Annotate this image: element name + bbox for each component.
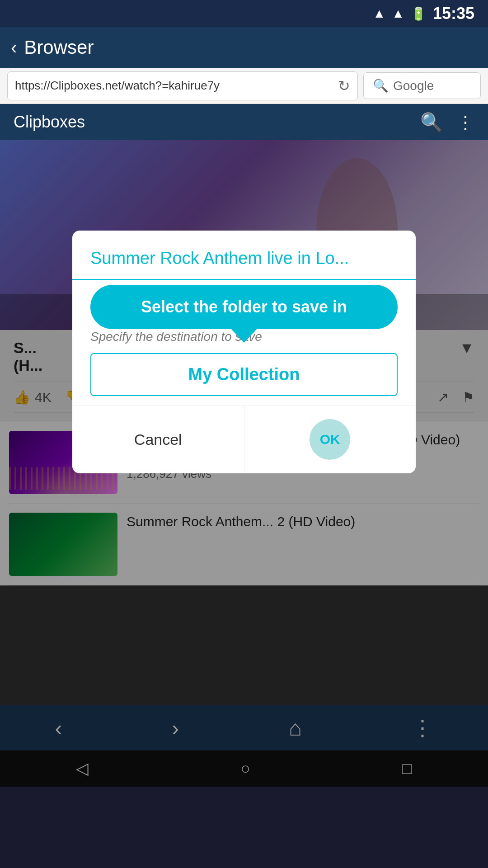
speech-bubble-text: Select the folder to save in [141,297,347,316]
battery-icon: 🔋 [411,6,427,21]
my-collection-button[interactable]: My Collection [90,353,398,396]
save-dialog: Summer Rock Anthem live in Lo... Select … [72,231,416,473]
ok-button-area: OK [244,406,416,473]
google-label: Google [393,79,434,93]
dialog-video-title: Summer Rock Anthem live in Lo... [90,249,398,279]
main-content: S...(H... ▼ 👍 4K 👎 408 ↗ ⚑ [0,140,488,787]
refresh-icon[interactable]: ↻ [338,77,350,94]
url-bar: https://Clipboxes.net/watch?=kahirue7y ↻… [0,68,488,104]
dialog-title-area: Summer Rock Anthem live in Lo... [72,231,416,280]
search-icon: 🔍 [373,78,389,93]
dialog-actions: Cancel OK [72,405,416,473]
browser-header: ‹ Browser [0,27,488,68]
cancel-button[interactable]: Cancel [72,406,244,473]
url-text: https://Clipboxes.net/watch?=kahirue7y [15,79,220,93]
clipboxes-title: Clipboxes [14,113,85,132]
clipboxes-bar: Clipboxes 🔍 ⋮ [0,104,488,140]
google-search-input[interactable]: 🔍 Google [363,72,481,99]
status-icons: ▲ ▲ 🔋 15:35 [373,4,474,23]
url-input[interactable]: https://Clipboxes.net/watch?=kahirue7y ↻ [7,71,358,100]
status-time: 15:35 [433,4,474,23]
more-options-button[interactable]: ⋮ [456,112,474,133]
ok-button[interactable]: OK [310,419,350,460]
signal-icon: ▲ [392,6,404,21]
status-bar: ▲ ▲ 🔋 15:35 [0,0,488,27]
wifi-icon: ▲ [373,6,385,21]
dialog-overlay: Summer Rock Anthem live in Lo... Select … [0,140,488,787]
clipboxes-toolbar: 🔍 ⋮ [420,112,474,133]
browser-title: Browser [24,37,94,58]
search-button[interactable]: 🔍 [420,112,443,133]
speech-bubble: Select the folder to save in [90,285,398,329]
back-browser-button[interactable]: ‹ [11,38,17,58]
